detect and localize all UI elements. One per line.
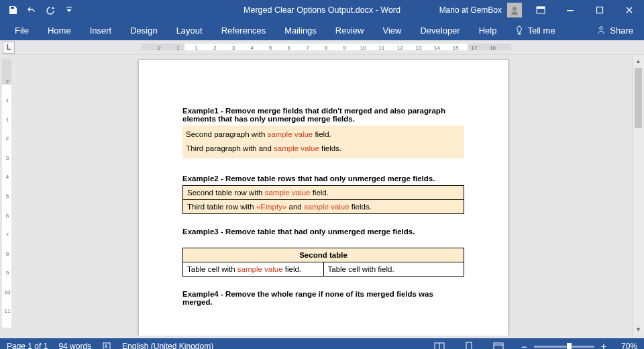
- tab-layout[interactable]: Layout: [167, 20, 212, 40]
- table-row: Second table: [183, 248, 464, 262]
- zoom-slider[interactable]: [534, 346, 594, 348]
- read-mode-icon: [434, 342, 445, 349]
- example1-para3: Third paragraph with and sample value fi…: [186, 142, 461, 156]
- tab-insert[interactable]: Insert: [80, 20, 121, 40]
- word-count[interactable]: 94 words: [58, 342, 91, 349]
- svg-point-0: [513, 7, 517, 11]
- merged-value: sample value: [274, 144, 319, 152]
- example2-heading: Example2 - Remove table rows that had on…: [182, 174, 464, 183]
- svg-point-5: [600, 27, 602, 30]
- quick-access-toolbar: [0, 2, 78, 18]
- maximize-icon: [596, 6, 604, 14]
- tab-developer[interactable]: Developer: [411, 20, 469, 40]
- merge-field-placeholder: «Empty»: [256, 203, 286, 211]
- scroll-thumb[interactable]: [635, 68, 642, 128]
- table-row: Third table row with «Empty» and sample …: [183, 199, 464, 213]
- svg-rect-3: [567, 10, 574, 11]
- scroll-down-button[interactable]: ▼: [633, 323, 644, 336]
- lightbulb-icon: [515, 26, 523, 35]
- maximize-button[interactable]: [585, 0, 614, 20]
- svg-rect-9: [466, 342, 472, 349]
- zoom-in-button[interactable]: +: [598, 341, 609, 349]
- vertical-ruler[interactable]: 211234567891011: [0, 55, 15, 336]
- table-row: Table cell with sample value field. Tabl…: [183, 262, 464, 276]
- example4-heading: Example4 - Remove the whole range if non…: [182, 290, 464, 306]
- tab-home[interactable]: Home: [38, 20, 80, 40]
- tab-references[interactable]: References: [212, 20, 275, 40]
- spell-check-icon[interactable]: [102, 342, 111, 349]
- signed-in-user[interactable]: Mario at GemBox: [434, 5, 507, 15]
- chevron-down-icon: [66, 7, 72, 13]
- tab-design[interactable]: Design: [121, 20, 166, 40]
- qat-customize-button[interactable]: [60, 2, 78, 18]
- h-ruler-scale: 211234567891011121314151718: [141, 42, 511, 52]
- merged-value: sample value: [237, 265, 283, 273]
- share-button[interactable]: Share: [586, 20, 644, 40]
- avatar[interactable]: [507, 3, 522, 17]
- save-icon: [8, 5, 17, 15]
- redo-button[interactable]: [42, 2, 59, 18]
- tab-view[interactable]: View: [373, 20, 411, 40]
- example1-heading: Example1 - Remove merge fields that didn…: [182, 107, 464, 123]
- tab-review[interactable]: Review: [326, 20, 374, 40]
- tab-stop-selector[interactable]: L: [3, 42, 15, 54]
- share-icon: [596, 26, 606, 35]
- svg-rect-2: [537, 7, 545, 9]
- save-button[interactable]: [4, 2, 21, 18]
- scroll-up-button[interactable]: ▲: [633, 55, 644, 67]
- document-area: 211234567891011 Example1 - Remove merge …: [0, 55, 644, 336]
- tab-file[interactable]: File: [5, 20, 38, 40]
- read-mode-button[interactable]: [430, 340, 449, 349]
- example1-para2: Second paragraph with sample value field…: [186, 128, 461, 142]
- zoom-control: − + 70%: [519, 341, 637, 350]
- vertical-scrollbar[interactable]: ▲ ▼: [632, 55, 644, 336]
- example1-block: Second paragraph with sample value field…: [182, 126, 464, 158]
- svg-rect-4: [597, 7, 603, 13]
- tab-help[interactable]: Help: [470, 20, 506, 40]
- zoom-slider-thumb[interactable]: [567, 343, 572, 350]
- table-row: Second table row with sample value field…: [183, 185, 464, 199]
- web-layout-icon: [493, 342, 504, 349]
- example3-heading: Example3 - Remove table that had only un…: [182, 228, 464, 236]
- app-name: Word: [380, 5, 400, 15]
- ribbon-options-icon: [536, 6, 545, 14]
- document-filename: Merged Clear Options Output.docx: [244, 5, 373, 15]
- horizontal-ruler[interactable]: L 211234567891011121314151718: [0, 40, 644, 55]
- merged-value: sample value: [265, 189, 311, 197]
- title-bar: Merged Clear Options Output.docx - Word …: [0, 0, 644, 20]
- print-layout-button[interactable]: [460, 340, 478, 349]
- undo-button[interactable]: [23, 2, 40, 18]
- example3-table: Second table Table cell with sample valu…: [182, 248, 464, 277]
- svg-rect-10: [494, 343, 503, 349]
- close-icon: [625, 6, 633, 14]
- ribbon-display-options-button[interactable]: [526, 0, 555, 20]
- ribbon-tabs: File Home Insert Design Layout Reference…: [0, 20, 644, 40]
- print-layout-icon: [464, 342, 474, 349]
- user-icon: [510, 5, 519, 15]
- minimize-icon: [566, 6, 574, 14]
- undo-icon: [27, 5, 36, 15]
- merged-value: sample value: [267, 130, 313, 138]
- page-scroll-area[interactable]: Example1 - Remove merge fields that didn…: [15, 55, 632, 336]
- language-status[interactable]: English (United Kingdom): [122, 342, 213, 349]
- tell-me[interactable]: Tell me: [506, 20, 564, 40]
- minimize-button[interactable]: [555, 0, 585, 20]
- table-header: Second table: [183, 248, 464, 262]
- web-layout-button[interactable]: [489, 340, 508, 349]
- merged-value: sample value: [304, 203, 350, 211]
- zoom-level[interactable]: 70%: [613, 342, 637, 349]
- page-count[interactable]: Page 1 of 1: [7, 342, 48, 349]
- document-page[interactable]: Example1 - Remove merge fields that didn…: [138, 59, 508, 336]
- zoom-out-button[interactable]: −: [519, 341, 530, 350]
- close-button[interactable]: [614, 0, 644, 20]
- tab-mailings[interactable]: Mailings: [275, 20, 326, 40]
- title-right-cluster: Mario at GemBox: [434, 0, 644, 20]
- redo-icon: [46, 5, 55, 15]
- example2-table: Second table row with sample value field…: [182, 185, 464, 214]
- status-bar: Page 1 of 1 94 words English (United Kin…: [0, 338, 644, 349]
